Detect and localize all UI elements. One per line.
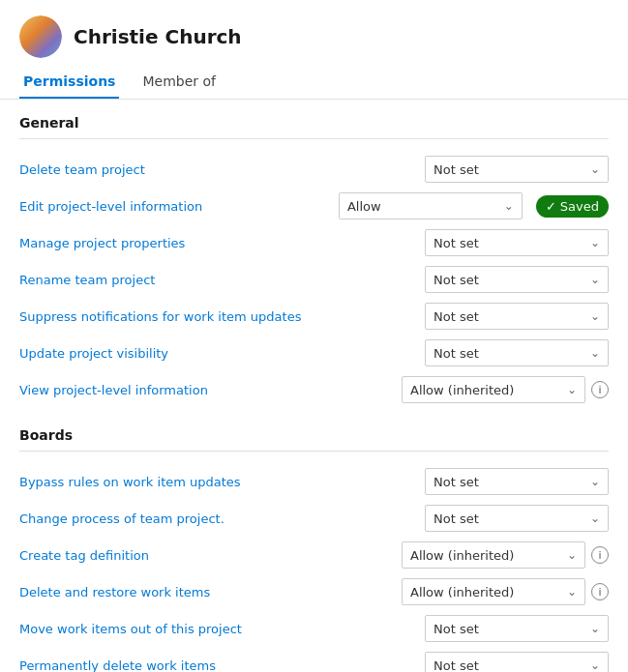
saved-badge: ✓Saved bbox=[536, 195, 609, 218]
permission-row: Rename team projectNot set⌄ bbox=[19, 261, 609, 298]
permission-control: Allow (inherited)⌄i bbox=[402, 376, 609, 403]
permission-label[interactable]: Suppress notifications for work item upd… bbox=[19, 309, 425, 324]
permission-label[interactable]: Update project visibility bbox=[19, 346, 425, 361]
permission-label[interactable]: Bypass rules on work item updates bbox=[19, 475, 425, 489]
section-boards: BoardsBypass rules on work item updatesN… bbox=[19, 427, 609, 672]
permission-control: Not set⌄ bbox=[425, 615, 609, 642]
section-divider-general bbox=[19, 138, 609, 139]
chevron-down-icon: ⌄ bbox=[567, 548, 577, 562]
permission-label[interactable]: Change process of team project. bbox=[19, 511, 425, 526]
avatar-image bbox=[19, 15, 62, 58]
permission-label[interactable]: Delete team project bbox=[19, 162, 425, 177]
permission-dropdown[interactable]: Not set⌄ bbox=[425, 652, 609, 672]
permission-label[interactable]: Move work items out of this project bbox=[19, 622, 425, 636]
chevron-down-icon: ⌄ bbox=[567, 585, 577, 599]
permission-dropdown[interactable]: Not set⌄ bbox=[425, 266, 609, 293]
permission-dropdown[interactable]: Not set⌄ bbox=[425, 339, 609, 366]
permission-control: Allow⌄✓Saved bbox=[339, 192, 609, 219]
permission-dropdown[interactable]: Not set⌄ bbox=[425, 615, 609, 642]
chevron-down-icon: ⌄ bbox=[590, 511, 600, 525]
permission-row: Update project visibilityNot set⌄ bbox=[19, 335, 609, 371]
chevron-down-icon: ⌄ bbox=[567, 383, 577, 396]
permission-dropdown[interactable]: Not set⌄ bbox=[425, 505, 609, 532]
permission-dropdown[interactable]: Not set⌄ bbox=[425, 156, 609, 183]
permission-row: Suppress notifications for work item upd… bbox=[19, 298, 609, 335]
chevron-down-icon: ⌄ bbox=[590, 622, 600, 635]
permission-label[interactable]: Delete and restore work items bbox=[19, 585, 402, 599]
tab-member-of[interactable]: Member of bbox=[138, 66, 220, 99]
permission-control: Not set⌄ bbox=[425, 652, 609, 672]
dropdown-value: Not set bbox=[434, 346, 479, 361]
permission-row: Create tag definitionAllow (inherited)⌄i bbox=[19, 537, 609, 573]
permission-row: Delete team projectNot set⌄ bbox=[19, 151, 609, 188]
tab-permissions[interactable]: Permissions bbox=[19, 66, 119, 99]
chevron-down-icon: ⌄ bbox=[590, 236, 600, 249]
section-title-general: General bbox=[19, 115, 609, 131]
permission-dropdown[interactable]: Allow (inherited)⌄ bbox=[402, 541, 585, 569]
chevron-down-icon: ⌄ bbox=[590, 273, 600, 286]
permission-dropdown[interactable]: Not set⌄ bbox=[425, 303, 609, 330]
dropdown-value: Not set bbox=[434, 511, 479, 526]
saved-label: Saved bbox=[560, 199, 599, 214]
permission-dropdown[interactable]: Allow (inherited)⌄ bbox=[402, 376, 585, 403]
permission-control: Not set⌄ bbox=[425, 303, 609, 330]
info-icon[interactable]: i bbox=[591, 546, 609, 564]
permission-control: Allow (inherited)⌄i bbox=[402, 578, 609, 605]
info-icon[interactable]: i bbox=[591, 381, 609, 398]
permission-row: Manage project propertiesNot set⌄ bbox=[19, 224, 609, 261]
permission-control: Allow (inherited)⌄i bbox=[402, 541, 609, 569]
dropdown-value: Not set bbox=[434, 273, 479, 287]
info-icon[interactable]: i bbox=[591, 583, 609, 600]
permission-row: View project-level informationAllow (inh… bbox=[19, 371, 609, 408]
permission-dropdown[interactable]: Allow⌄ bbox=[339, 192, 523, 219]
chevron-down-icon: ⌄ bbox=[504, 199, 514, 213]
section-divider-boards bbox=[19, 451, 609, 452]
permission-row: Delete and restore work itemsAllow (inhe… bbox=[19, 573, 609, 610]
user-name: Christie Church bbox=[74, 25, 242, 48]
permission-label[interactable]: Edit project-level information bbox=[19, 199, 339, 214]
permission-control: Not set⌄ bbox=[425, 156, 609, 183]
permission-dropdown[interactable]: Not set⌄ bbox=[425, 229, 609, 256]
dropdown-value: Not set bbox=[434, 236, 479, 250]
permission-label[interactable]: View project-level information bbox=[19, 383, 402, 397]
saved-check-icon: ✓ bbox=[546, 199, 556, 214]
permission-control: Not set⌄ bbox=[425, 468, 609, 495]
section-title-boards: Boards bbox=[19, 427, 609, 443]
permission-row: Change process of team project.Not set⌄ bbox=[19, 500, 609, 537]
permission-control: Not set⌄ bbox=[425, 505, 609, 532]
permission-row: Move work items out of this projectNot s… bbox=[19, 610, 609, 647]
chevron-down-icon: ⌄ bbox=[590, 346, 600, 360]
main-content: GeneralDelete team projectNot set⌄Edit p… bbox=[0, 100, 628, 672]
dropdown-value: Not set bbox=[434, 475, 479, 489]
permission-label[interactable]: Create tag definition bbox=[19, 548, 402, 563]
dropdown-value: Allow (inherited) bbox=[410, 585, 514, 599]
chevron-down-icon: ⌄ bbox=[590, 309, 600, 323]
permission-row: Edit project-level informationAllow⌄✓Sav… bbox=[19, 188, 609, 224]
permission-label[interactable]: Manage project properties bbox=[19, 236, 425, 250]
dropdown-value: Not set bbox=[434, 658, 479, 673]
permission-control: Not set⌄ bbox=[425, 229, 609, 256]
page-header: Christie Church bbox=[0, 0, 628, 66]
dropdown-value: Not set bbox=[434, 622, 479, 636]
permission-label[interactable]: Rename team project bbox=[19, 273, 425, 287]
dropdown-value: Allow bbox=[347, 199, 381, 214]
permission-dropdown[interactable]: Allow (inherited)⌄ bbox=[402, 578, 585, 605]
dropdown-value: Not set bbox=[434, 162, 479, 177]
dropdown-value: Allow (inherited) bbox=[410, 383, 514, 397]
permission-control: Not set⌄ bbox=[425, 339, 609, 366]
dropdown-value: Allow (inherited) bbox=[410, 548, 514, 563]
tabs-bar: Permissions Member of bbox=[0, 66, 628, 100]
permission-row: Permanently delete work itemsNot set⌄ bbox=[19, 647, 609, 672]
chevron-down-icon: ⌄ bbox=[590, 475, 600, 488]
dropdown-value: Not set bbox=[434, 309, 479, 324]
chevron-down-icon: ⌄ bbox=[590, 162, 600, 176]
permission-label[interactable]: Permanently delete work items bbox=[19, 658, 425, 673]
permission-dropdown[interactable]: Not set⌄ bbox=[425, 468, 609, 495]
section-general: GeneralDelete team projectNot set⌄Edit p… bbox=[19, 115, 609, 408]
permission-row: Bypass rules on work item updatesNot set… bbox=[19, 463, 609, 500]
permission-control: Not set⌄ bbox=[425, 266, 609, 293]
chevron-down-icon: ⌄ bbox=[590, 658, 600, 672]
avatar bbox=[19, 15, 62, 58]
